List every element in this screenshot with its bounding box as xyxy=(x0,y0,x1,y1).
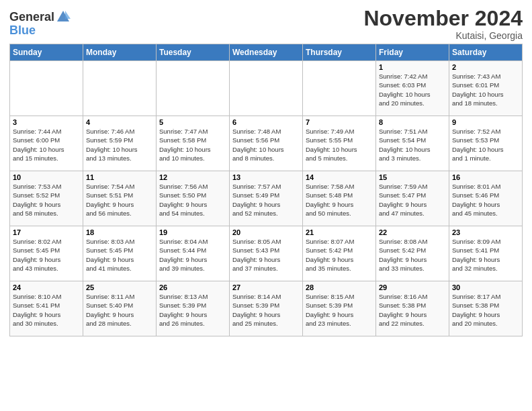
table-row: 5Sunrise: 7:47 AM Sunset: 5:58 PM Daylig… xyxy=(157,116,230,171)
day-detail: Sunrise: 8:02 AM Sunset: 5:45 PM Dayligh… xyxy=(13,237,80,273)
table-row: 8Sunrise: 7:51 AM Sunset: 5:54 PM Daylig… xyxy=(376,116,449,171)
day-number: 27 xyxy=(232,283,300,291)
calendar-table: Sunday Monday Tuesday Wednesday Thursday… xyxy=(9,44,523,336)
day-number: 19 xyxy=(159,228,226,236)
table-row: 27Sunrise: 8:14 AM Sunset: 5:39 PM Dayli… xyxy=(230,281,303,336)
day-detail: Sunrise: 8:11 AM Sunset: 5:40 PM Dayligh… xyxy=(86,292,153,328)
table-row: 29Sunrise: 8:16 AM Sunset: 5:38 PM Dayli… xyxy=(376,281,449,336)
day-number: 23 xyxy=(452,228,519,236)
table-row: 7Sunrise: 7:49 AM Sunset: 5:55 PM Daylig… xyxy=(303,116,376,171)
day-number: 21 xyxy=(306,228,373,236)
table-row xyxy=(303,61,376,116)
logo-icon xyxy=(56,9,71,24)
day-detail: Sunrise: 8:09 AM Sunset: 5:41 PM Dayligh… xyxy=(452,237,519,273)
day-number: 18 xyxy=(86,228,153,236)
col-friday: Friday xyxy=(376,44,449,61)
day-detail: Sunrise: 7:49 AM Sunset: 5:55 PM Dayligh… xyxy=(306,127,373,163)
table-row: 3Sunrise: 7:44 AM Sunset: 6:00 PM Daylig… xyxy=(10,116,83,171)
day-number: 26 xyxy=(159,283,226,291)
day-detail: Sunrise: 8:03 AM Sunset: 5:45 PM Dayligh… xyxy=(86,237,153,273)
day-number: 13 xyxy=(232,173,300,181)
calendar-week-row: 10Sunrise: 7:53 AM Sunset: 5:52 PM Dayli… xyxy=(10,171,523,226)
day-number: 5 xyxy=(159,118,226,126)
table-row: 24Sunrise: 8:10 AM Sunset: 5:41 PM Dayli… xyxy=(10,281,83,336)
table-row: 20Sunrise: 8:05 AM Sunset: 5:43 PM Dayli… xyxy=(230,226,303,281)
logo-general-text: General xyxy=(9,11,54,23)
table-row: 16Sunrise: 8:01 AM Sunset: 5:46 PM Dayli… xyxy=(449,171,523,226)
table-row: 17Sunrise: 8:02 AM Sunset: 5:45 PM Dayli… xyxy=(10,226,83,281)
day-detail: Sunrise: 7:58 AM Sunset: 5:48 PM Dayligh… xyxy=(306,182,373,218)
table-row xyxy=(230,61,303,116)
day-number: 17 xyxy=(13,228,80,236)
day-detail: Sunrise: 7:48 AM Sunset: 5:56 PM Dayligh… xyxy=(232,127,300,163)
day-number: 14 xyxy=(306,173,373,181)
table-row: 28Sunrise: 8:15 AM Sunset: 5:39 PM Dayli… xyxy=(303,281,376,336)
day-detail: Sunrise: 7:52 AM Sunset: 5:53 PM Dayligh… xyxy=(452,127,519,163)
table-row: 9Sunrise: 7:52 AM Sunset: 5:53 PM Daylig… xyxy=(449,116,523,171)
col-monday: Monday xyxy=(83,44,157,61)
table-row: 21Sunrise: 8:07 AM Sunset: 5:42 PM Dayli… xyxy=(303,226,376,281)
calendar-week-row: 17Sunrise: 8:02 AM Sunset: 5:45 PM Dayli… xyxy=(10,226,523,281)
day-number: 7 xyxy=(306,118,373,126)
table-row xyxy=(157,61,230,116)
day-detail: Sunrise: 8:04 AM Sunset: 5:44 PM Dayligh… xyxy=(159,237,226,273)
table-row: 12Sunrise: 7:56 AM Sunset: 5:50 PM Dayli… xyxy=(157,171,230,226)
day-number: 29 xyxy=(379,283,446,291)
day-detail: Sunrise: 8:07 AM Sunset: 5:42 PM Dayligh… xyxy=(306,237,373,273)
logo: General Blue xyxy=(9,9,71,37)
table-row: 19Sunrise: 8:04 AM Sunset: 5:44 PM Dayli… xyxy=(157,226,230,281)
day-detail: Sunrise: 8:10 AM Sunset: 5:41 PM Dayligh… xyxy=(13,292,80,328)
day-detail: Sunrise: 7:56 AM Sunset: 5:50 PM Dayligh… xyxy=(159,182,226,218)
table-row: 23Sunrise: 8:09 AM Sunset: 5:41 PM Dayli… xyxy=(449,226,523,281)
calendar-week-row: 1Sunrise: 7:42 AM Sunset: 6:03 PM Daylig… xyxy=(10,61,523,116)
day-number: 10 xyxy=(13,173,80,181)
day-detail: Sunrise: 8:08 AM Sunset: 5:42 PM Dayligh… xyxy=(379,237,446,273)
day-detail: Sunrise: 7:57 AM Sunset: 5:49 PM Dayligh… xyxy=(232,182,300,218)
day-number: 28 xyxy=(306,283,373,291)
day-number: 22 xyxy=(379,228,446,236)
day-detail: Sunrise: 8:14 AM Sunset: 5:39 PM Dayligh… xyxy=(232,292,300,328)
day-number: 25 xyxy=(86,283,153,291)
table-row xyxy=(83,61,157,116)
table-row: 4Sunrise: 7:46 AM Sunset: 5:59 PM Daylig… xyxy=(83,116,157,171)
day-number: 20 xyxy=(232,228,300,236)
table-row: 10Sunrise: 7:53 AM Sunset: 5:52 PM Dayli… xyxy=(10,171,83,226)
table-row: 25Sunrise: 8:11 AM Sunset: 5:40 PM Dayli… xyxy=(83,281,157,336)
col-saturday: Saturday xyxy=(449,44,523,61)
day-number: 2 xyxy=(452,63,519,71)
logo-blue-text: Blue xyxy=(9,24,36,37)
col-wednesday: Wednesday xyxy=(230,44,303,61)
header: General Blue November 2024 Kutaisi, Geor… xyxy=(9,7,523,41)
day-detail: Sunrise: 8:01 AM Sunset: 5:46 PM Dayligh… xyxy=(452,182,519,218)
day-number: 3 xyxy=(13,118,80,126)
table-row xyxy=(10,61,83,116)
day-number: 9 xyxy=(452,118,519,126)
table-row: 15Sunrise: 7:59 AM Sunset: 5:47 PM Dayli… xyxy=(376,171,449,226)
table-row: 1Sunrise: 7:42 AM Sunset: 6:03 PM Daylig… xyxy=(376,61,449,116)
table-row: 18Sunrise: 8:03 AM Sunset: 5:45 PM Dayli… xyxy=(83,226,157,281)
calendar-header-row: Sunday Monday Tuesday Wednesday Thursday… xyxy=(10,44,523,61)
day-number: 16 xyxy=(452,173,519,181)
table-row: 22Sunrise: 8:08 AM Sunset: 5:42 PM Dayli… xyxy=(376,226,449,281)
day-detail: Sunrise: 7:51 AM Sunset: 5:54 PM Dayligh… xyxy=(379,127,446,163)
calendar-week-row: 3Sunrise: 7:44 AM Sunset: 6:00 PM Daylig… xyxy=(10,116,523,171)
day-detail: Sunrise: 7:46 AM Sunset: 5:59 PM Dayligh… xyxy=(86,127,153,163)
day-detail: Sunrise: 7:44 AM Sunset: 6:00 PM Dayligh… xyxy=(13,127,80,163)
day-number: 24 xyxy=(13,283,80,291)
col-tuesday: Tuesday xyxy=(157,44,230,61)
day-detail: Sunrise: 8:05 AM Sunset: 5:43 PM Dayligh… xyxy=(232,237,300,273)
table-row: 26Sunrise: 8:13 AM Sunset: 5:39 PM Dayli… xyxy=(157,281,230,336)
day-number: 6 xyxy=(232,118,300,126)
day-detail: Sunrise: 7:54 AM Sunset: 5:51 PM Dayligh… xyxy=(86,182,153,218)
day-detail: Sunrise: 7:59 AM Sunset: 5:47 PM Dayligh… xyxy=(379,182,446,218)
day-detail: Sunrise: 7:42 AM Sunset: 6:03 PM Dayligh… xyxy=(379,72,446,107)
col-thursday: Thursday xyxy=(303,44,376,61)
table-row: 13Sunrise: 7:57 AM Sunset: 5:49 PM Dayli… xyxy=(230,171,303,226)
title-area: November 2024 Kutaisi, Georgia xyxy=(363,7,523,41)
day-detail: Sunrise: 8:13 AM Sunset: 5:39 PM Dayligh… xyxy=(159,292,226,328)
day-number: 30 xyxy=(452,283,519,291)
day-number: 11 xyxy=(86,173,153,181)
table-row: 2Sunrise: 7:43 AM Sunset: 6:01 PM Daylig… xyxy=(449,61,523,116)
table-row: 11Sunrise: 7:54 AM Sunset: 5:51 PM Dayli… xyxy=(83,171,157,226)
table-row: 14Sunrise: 7:58 AM Sunset: 5:48 PM Dayli… xyxy=(303,171,376,226)
